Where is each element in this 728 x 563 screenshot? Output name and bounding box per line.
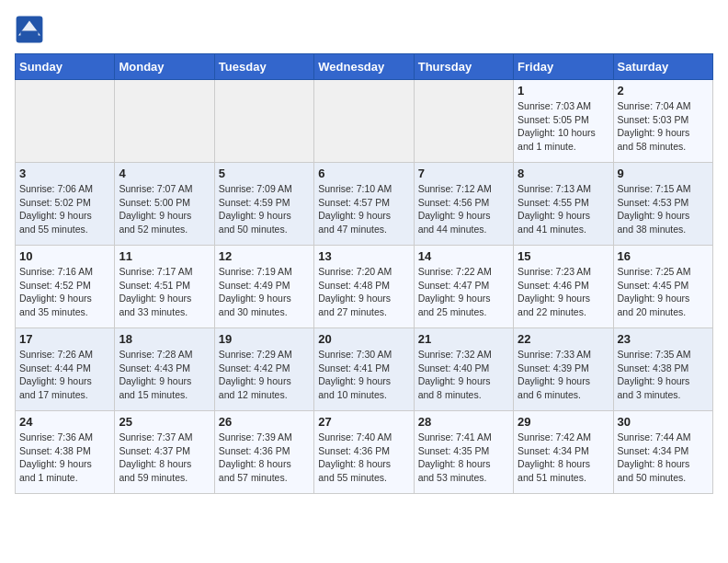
col-header-wednesday: Wednesday xyxy=(314,54,414,80)
day-number: 25 xyxy=(119,415,210,429)
day-number: 29 xyxy=(518,415,609,429)
day-info: Sunrise: 7:07 AM Sunset: 5:00 PM Dayligh… xyxy=(119,182,210,236)
day-cell: 22Sunrise: 7:33 AM Sunset: 4:39 PM Dayli… xyxy=(514,328,613,411)
day-cell: 16Sunrise: 7:25 AM Sunset: 4:45 PM Dayli… xyxy=(613,246,712,328)
day-info: Sunrise: 7:33 AM Sunset: 4:39 PM Dayligh… xyxy=(518,348,609,402)
day-cell xyxy=(115,80,214,163)
day-number: 18 xyxy=(119,332,210,346)
day-cell: 15Sunrise: 7:23 AM Sunset: 4:46 PM Dayli… xyxy=(514,246,613,328)
day-info: Sunrise: 7:15 AM Sunset: 4:53 PM Dayligh… xyxy=(618,182,709,236)
day-cell: 4Sunrise: 7:07 AM Sunset: 5:00 PM Daylig… xyxy=(115,163,214,246)
page-header xyxy=(15,15,713,44)
day-cell: 10Sunrise: 7:16 AM Sunset: 4:52 PM Dayli… xyxy=(16,246,115,328)
day-info: Sunrise: 7:29 AM Sunset: 4:42 PM Dayligh… xyxy=(219,348,310,402)
day-number: 22 xyxy=(518,332,609,346)
day-number: 21 xyxy=(418,332,509,346)
day-number: 11 xyxy=(119,249,210,263)
logo xyxy=(15,15,48,44)
day-cell: 20Sunrise: 7:30 AM Sunset: 4:41 PM Dayli… xyxy=(314,328,414,411)
day-info: Sunrise: 7:40 AM Sunset: 4:36 PM Dayligh… xyxy=(318,431,409,485)
day-number: 14 xyxy=(418,249,509,263)
day-info: Sunrise: 7:20 AM Sunset: 4:48 PM Dayligh… xyxy=(318,265,409,319)
day-number: 2 xyxy=(618,84,709,98)
col-header-thursday: Thursday xyxy=(414,54,513,80)
day-cell: 25Sunrise: 7:37 AM Sunset: 4:37 PM Dayli… xyxy=(115,411,214,494)
day-cell: 29Sunrise: 7:42 AM Sunset: 4:34 PM Dayli… xyxy=(514,411,613,494)
day-number: 16 xyxy=(618,249,709,263)
day-number: 3 xyxy=(19,167,110,180)
day-number: 26 xyxy=(219,415,310,429)
day-info: Sunrise: 7:42 AM Sunset: 4:34 PM Dayligh… xyxy=(518,431,609,485)
day-info: Sunrise: 7:41 AM Sunset: 4:35 PM Dayligh… xyxy=(418,431,509,485)
logo-icon xyxy=(15,15,44,44)
day-cell: 9Sunrise: 7:15 AM Sunset: 4:53 PM Daylig… xyxy=(613,163,712,246)
week-row-1: 1Sunrise: 7:03 AM Sunset: 5:05 PM Daylig… xyxy=(16,80,713,163)
day-number: 4 xyxy=(119,167,210,180)
day-info: Sunrise: 7:36 AM Sunset: 4:38 PM Dayligh… xyxy=(19,431,110,485)
col-header-tuesday: Tuesday xyxy=(214,54,313,80)
day-cell: 3Sunrise: 7:06 AM Sunset: 5:02 PM Daylig… xyxy=(16,163,115,246)
col-header-monday: Monday xyxy=(115,54,214,80)
day-info: Sunrise: 7:23 AM Sunset: 4:46 PM Dayligh… xyxy=(518,265,609,319)
col-header-sunday: Sunday xyxy=(16,54,115,80)
day-info: Sunrise: 7:10 AM Sunset: 4:57 PM Dayligh… xyxy=(318,182,409,236)
day-number: 17 xyxy=(19,332,110,346)
day-number: 8 xyxy=(518,167,609,180)
day-info: Sunrise: 7:19 AM Sunset: 4:49 PM Dayligh… xyxy=(219,265,310,319)
day-cell: 2Sunrise: 7:04 AM Sunset: 5:03 PM Daylig… xyxy=(613,80,712,163)
day-info: Sunrise: 7:03 AM Sunset: 5:05 PM Dayligh… xyxy=(518,99,609,154)
day-cell: 6Sunrise: 7:10 AM Sunset: 4:57 PM Daylig… xyxy=(314,163,414,246)
day-cell xyxy=(314,80,414,163)
day-number: 9 xyxy=(618,167,709,180)
day-cell: 14Sunrise: 7:22 AM Sunset: 4:47 PM Dayli… xyxy=(414,246,513,328)
day-number: 7 xyxy=(418,167,509,180)
day-info: Sunrise: 7:25 AM Sunset: 4:45 PM Dayligh… xyxy=(618,265,709,319)
day-number: 19 xyxy=(219,332,310,346)
col-header-friday: Friday xyxy=(514,54,613,80)
day-info: Sunrise: 7:32 AM Sunset: 4:40 PM Dayligh… xyxy=(418,348,509,402)
day-number: 15 xyxy=(518,249,609,263)
day-cell: 30Sunrise: 7:44 AM Sunset: 4:34 PM Dayli… xyxy=(613,411,712,494)
day-cell: 28Sunrise: 7:41 AM Sunset: 4:35 PM Dayli… xyxy=(414,411,513,494)
day-cell: 27Sunrise: 7:40 AM Sunset: 4:36 PM Dayli… xyxy=(314,411,414,494)
col-header-saturday: Saturday xyxy=(613,54,712,80)
day-info: Sunrise: 7:22 AM Sunset: 4:47 PM Dayligh… xyxy=(418,265,509,319)
day-number: 27 xyxy=(318,415,409,429)
day-cell: 13Sunrise: 7:20 AM Sunset: 4:48 PM Dayli… xyxy=(314,246,414,328)
day-number: 23 xyxy=(618,332,709,346)
day-cell: 1Sunrise: 7:03 AM Sunset: 5:05 PM Daylig… xyxy=(514,80,613,163)
day-number: 13 xyxy=(318,249,409,263)
day-info: Sunrise: 7:06 AM Sunset: 5:02 PM Dayligh… xyxy=(19,182,110,236)
week-row-3: 10Sunrise: 7:16 AM Sunset: 4:52 PM Dayli… xyxy=(16,246,713,328)
day-info: Sunrise: 7:26 AM Sunset: 4:44 PM Dayligh… xyxy=(19,348,110,402)
day-info: Sunrise: 7:13 AM Sunset: 4:55 PM Dayligh… xyxy=(518,182,609,236)
day-info: Sunrise: 7:30 AM Sunset: 4:41 PM Dayligh… xyxy=(318,348,409,402)
day-cell: 7Sunrise: 7:12 AM Sunset: 4:56 PM Daylig… xyxy=(414,163,513,246)
day-cell: 8Sunrise: 7:13 AM Sunset: 4:55 PM Daylig… xyxy=(514,163,613,246)
day-info: Sunrise: 7:44 AM Sunset: 4:34 PM Dayligh… xyxy=(618,431,709,485)
day-info: Sunrise: 7:39 AM Sunset: 4:36 PM Dayligh… xyxy=(219,431,310,485)
day-number: 12 xyxy=(219,249,310,263)
day-number: 5 xyxy=(219,167,310,180)
day-number: 1 xyxy=(518,84,609,98)
day-cell xyxy=(16,80,115,163)
svg-rect-2 xyxy=(20,31,38,39)
day-cell: 5Sunrise: 7:09 AM Sunset: 4:59 PM Daylig… xyxy=(214,163,313,246)
day-number: 20 xyxy=(318,332,409,346)
day-cell: 11Sunrise: 7:17 AM Sunset: 4:51 PM Dayli… xyxy=(115,246,214,328)
day-cell: 24Sunrise: 7:36 AM Sunset: 4:38 PM Dayli… xyxy=(16,411,115,494)
week-row-2: 3Sunrise: 7:06 AM Sunset: 5:02 PM Daylig… xyxy=(16,163,713,246)
day-cell: 18Sunrise: 7:28 AM Sunset: 4:43 PM Dayli… xyxy=(115,328,214,411)
week-row-4: 17Sunrise: 7:26 AM Sunset: 4:44 PM Dayli… xyxy=(16,328,713,411)
day-number: 28 xyxy=(418,415,509,429)
day-info: Sunrise: 7:35 AM Sunset: 4:38 PM Dayligh… xyxy=(618,348,709,402)
day-cell: 12Sunrise: 7:19 AM Sunset: 4:49 PM Dayli… xyxy=(214,246,313,328)
day-info: Sunrise: 7:12 AM Sunset: 4:56 PM Dayligh… xyxy=(418,182,509,236)
day-cell: 21Sunrise: 7:32 AM Sunset: 4:40 PM Dayli… xyxy=(414,328,513,411)
day-number: 24 xyxy=(19,415,110,429)
day-cell: 19Sunrise: 7:29 AM Sunset: 4:42 PM Dayli… xyxy=(214,328,313,411)
day-info: Sunrise: 7:09 AM Sunset: 4:59 PM Dayligh… xyxy=(219,182,310,236)
day-number: 30 xyxy=(618,415,709,429)
day-info: Sunrise: 7:16 AM Sunset: 4:52 PM Dayligh… xyxy=(19,265,110,319)
week-row-5: 24Sunrise: 7:36 AM Sunset: 4:38 PM Dayli… xyxy=(16,411,713,494)
